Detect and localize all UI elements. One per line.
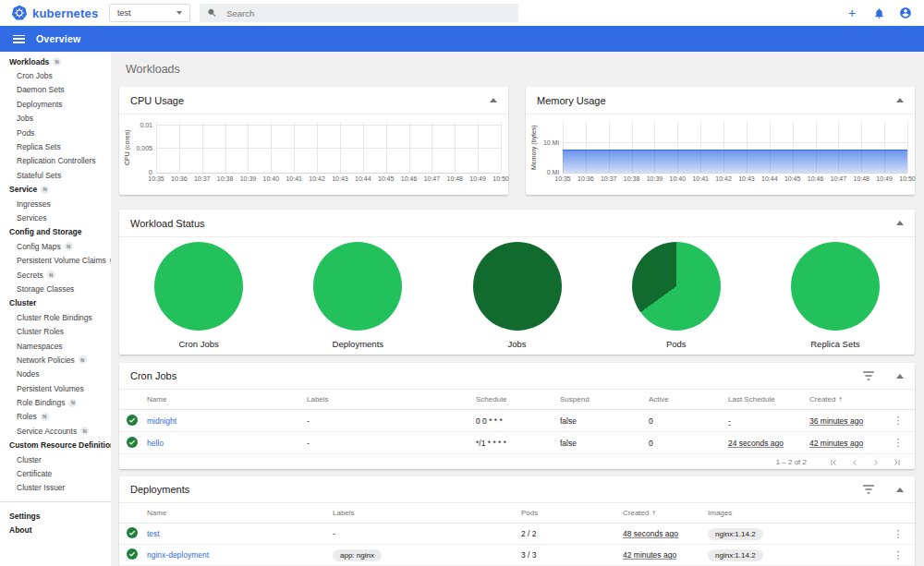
collapse-icon[interactable] [896, 488, 904, 492]
sidebar-item-daemon-sets[interactable]: Daemon Sets [0, 83, 111, 97]
column-header-created[interactable]: Created↑ [809, 395, 889, 403]
account-button[interactable] [898, 6, 913, 20]
sidebar-item-namespaces[interactable]: Namespaces [0, 339, 111, 353]
status-ok [127, 548, 147, 561]
table-row[interactable]: midnight-0 0 * * *false0-36 minutes ago⋮ [119, 410, 915, 432]
column-header-suspend[interactable]: Suspend [560, 395, 649, 403]
sidebar-item-settings[interactable]: Settings [0, 509, 111, 523]
resource-link[interactable]: midnight [147, 416, 176, 426]
sidebar-item-network-policies[interactable]: Network PoliciesN [0, 353, 111, 367]
next-page-button[interactable] [871, 458, 881, 467]
x-axis-tick: 10:48 [447, 175, 464, 182]
pie-chart[interactable] [473, 242, 562, 331]
search-input[interactable] [226, 8, 511, 18]
collapse-icon[interactable] [896, 221, 904, 225]
sidebar-item-custom-resource-definitions[interactable]: Custom Resource Definitions [0, 439, 111, 452]
row-menu-button[interactable]: ⋮ [889, 528, 907, 540]
column-header-images[interactable]: Images [708, 509, 889, 517]
column-header-created[interactable]: Created↑ [623, 509, 708, 517]
collapse-icon[interactable] [896, 374, 904, 379]
resource-link[interactable]: test [147, 529, 160, 538]
x-axis-tick: 10:47 [424, 175, 441, 182]
sidebar-item-deployments[interactable]: Deployments [0, 97, 111, 111]
column-header-name[interactable]: Name [147, 509, 333, 517]
sidebar-item-cron-jobs[interactable]: Cron Jobs [0, 68, 111, 82]
sidebar-item-pods[interactable]: Pods [0, 126, 111, 139]
notifications-button[interactable] [871, 6, 886, 20]
collapse-icon[interactable] [896, 98, 904, 102]
sidebar-item-config-maps[interactable]: Config MapsN [0, 239, 111, 253]
filter-icon[interactable] [863, 485, 874, 494]
sidebar-item-storage-classes[interactable]: Storage Classes [0, 282, 111, 295]
collapse-icon[interactable] [490, 98, 497, 102]
sidebar-item-config-and-storage[interactable]: Config and Storage [0, 225, 111, 239]
sidebar-item-cluster-role-bindings[interactable]: Cluster Role Bindings [0, 310, 111, 324]
main-content: Workloads CPU Usage CPU (cores) 00.0050.… [111, 52, 924, 566]
row-menu-button[interactable]: ⋮ [889, 415, 907, 427]
sidebar-item-replica-sets[interactable]: Replica Sets [0, 139, 111, 153]
status-pie-cron-jobs: Cron Jobs [119, 242, 278, 349]
pie-chart[interactable] [313, 242, 402, 331]
sidebar-item-cluster[interactable]: Cluster [0, 452, 111, 466]
x-axis-tick: 10:44 [355, 175, 371, 182]
sidebar-item-nodes[interactable]: Nodes [0, 367, 111, 381]
sidebar-item-persistent-volume-claims[interactable]: Persistent Volume ClaimsN [0, 253, 111, 267]
memory-x-axis-labels: 10:3510:3610:3710:3810:3910:4010:4110:42… [563, 175, 907, 187]
column-header-labels[interactable]: Labels [307, 395, 476, 403]
resource-link[interactable]: nginx-deployment [147, 550, 209, 560]
column-header-name[interactable]: Name [147, 395, 307, 403]
sidebar-item-cluster-issuer[interactable]: Cluster Issuer [0, 481, 111, 495]
search-bar[interactable] [200, 4, 518, 22]
pagination-range: 1 – 2 of 2 [776, 458, 807, 466]
sidebar-item-certificate[interactable]: Certificate [0, 466, 111, 480]
x-axis-tick: 10:41 [286, 175, 302, 182]
sidebar-item-replication-controllers[interactable]: Replication Controllers [0, 154, 111, 168]
pie-chart[interactable] [791, 242, 880, 331]
kubernetes-logo[interactable]: kubernetes [0, 5, 109, 21]
sidebar-item-workloads[interactable]: WorkloadsN [0, 54, 111, 68]
first-page-button[interactable] [829, 458, 838, 467]
x-axis-tick: 10:43 [332, 175, 348, 182]
pie-chart[interactable] [154, 242, 243, 331]
sidebar-item-about[interactable]: About [0, 524, 111, 537]
sidebar-item-role-bindings[interactable]: Role BindingsN [0, 395, 111, 409]
column-header-last-schedule[interactable]: Last Schedule [728, 395, 809, 403]
column-header-pods[interactable]: Pods [521, 509, 623, 517]
namespaced-badge: N [47, 271, 55, 279]
table-row[interactable]: test-2 / 248 seconds agonginx:1.14.2⋮ [119, 524, 915, 545]
column-header-active[interactable]: Active [649, 395, 728, 403]
prev-page-button[interactable] [850, 458, 859, 467]
create-resource-button[interactable]: + [845, 6, 859, 20]
sidebar-item-roles[interactable]: RolesN [0, 410, 111, 424]
table-cell: - [307, 439, 476, 448]
grid-line [563, 142, 907, 143]
table-row[interactable]: hello-*/1 * * * *false024 seconds ago42 … [119, 432, 915, 454]
column-header-labels[interactable]: Labels [333, 509, 521, 517]
sidebar-item-cluster-roles[interactable]: Cluster Roles [0, 324, 111, 338]
pie-chart[interactable] [632, 242, 721, 331]
x-axis-tick: 10:41 [692, 175, 709, 182]
resource-link[interactable]: hello [147, 439, 164, 448]
last-page-button[interactable] [893, 458, 902, 467]
sidebar-item-stateful-sets[interactable]: Stateful Sets [0, 168, 111, 182]
sidebar-item-jobs[interactable]: Jobs [0, 112, 111, 126]
row-menu-button[interactable]: ⋮ [889, 437, 907, 449]
row-menu-button[interactable]: ⋮ [889, 549, 907, 561]
column-header-schedule[interactable]: Schedule [476, 395, 560, 403]
status-pie-replica-sets: Replica Sets [756, 242, 915, 349]
table-cell: - [307, 416, 476, 426]
sidebar-item-persistent-volumes[interactable]: Persistent Volumes [0, 381, 111, 395]
pie-label: Deployments [333, 339, 383, 349]
sidebar-item-cluster[interactable]: Cluster [0, 296, 111, 310]
table-row[interactable]: nginx-deploymentapp: nginx3 / 342 minute… [119, 545, 915, 566]
menu-icon[interactable] [13, 35, 25, 43]
namespace-select[interactable]: test [109, 4, 190, 22]
x-axis-tick: 10:50 [899, 175, 916, 182]
filter-icon[interactable] [863, 371, 874, 380]
sidebar-item-service-accounts[interactable]: Service AccountsN [0, 424, 111, 438]
sidebar-item-secrets[interactable]: SecretsN [0, 268, 111, 282]
sidebar-item-services[interactable]: Services [0, 211, 111, 224]
x-axis-tick: 10:45 [784, 175, 801, 182]
sidebar-item-ingresses[interactable]: Ingresses [0, 197, 111, 211]
sidebar-item-service[interactable]: ServiceN [0, 183, 111, 197]
